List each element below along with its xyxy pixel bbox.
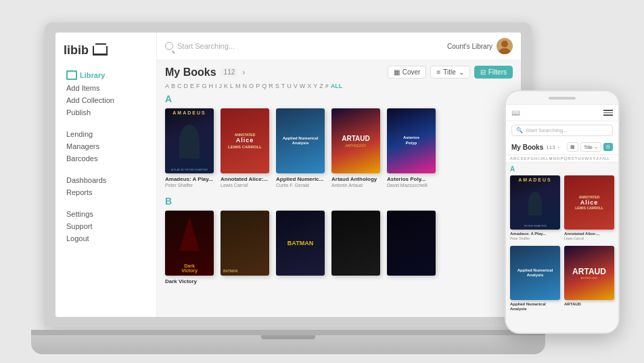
phone-cover-alice: ANNOTATED Alice LEWIS CARROLL bbox=[564, 175, 614, 230]
book-title-alice: Annotated Alice:... bbox=[221, 176, 269, 183]
sidebar-item-reports[interactable]: Reports bbox=[64, 186, 148, 198]
cover-view-button[interactable]: ▦ Cover bbox=[388, 66, 427, 79]
phone-search-icon: 🔍 bbox=[516, 127, 523, 133]
phone-book-icon: 📖 bbox=[511, 109, 520, 116]
book-batman-b2[interactable]: BATMAN bbox=[221, 211, 269, 285]
book-batman-b3[interactable]: BATMAN bbox=[276, 211, 325, 285]
phone-title-numerical-2: Applied Numerical Analysis bbox=[510, 302, 560, 312]
book-asterios[interactable]: AsteriosPolyp Asterios Poly... David Maz… bbox=[387, 108, 436, 188]
sidebar-item-library[interactable]: Library bbox=[64, 68, 148, 82]
sidebar-item-barcodes[interactable]: Barcodes bbox=[64, 152, 148, 165]
phone-grid-btn[interactable]: ▦ bbox=[567, 142, 578, 152]
user-label: Count's Library bbox=[447, 43, 492, 50]
sidebar-nav-bottom: Settings Support Logout bbox=[64, 208, 148, 244]
title-sort-button[interactable]: ≡ Title ⌄ bbox=[430, 66, 469, 79]
phone-book-artaud-2[interactable]: ARTAUD ANTHOLOGY ARTAUD bbox=[564, 246, 614, 312]
search-icon bbox=[165, 42, 173, 50]
user-area: Count's Library bbox=[447, 38, 513, 54]
phone-header: My Books 113 › ▦ Title ⌄ ⊟ bbox=[506, 140, 618, 155]
search-box[interactable]: Start Searching... bbox=[165, 42, 235, 50]
sidebar-item-add-collection[interactable]: Add Collection bbox=[64, 94, 148, 106]
sidebar-item-dashboards[interactable]: Dashboards bbox=[64, 174, 148, 186]
book-cover-asterios: AsteriosPolyp bbox=[387, 108, 436, 173]
section-b-books: DarkVictory Dark Victory BATMAN bbox=[165, 211, 513, 285]
book-amadeus[interactable]: AMADEUS A PLAY BY PETER SHAFFER Amadeus:… bbox=[165, 108, 214, 188]
sidebar-nav-primary: Library Add Items Add Collection Publish bbox=[64, 68, 148, 119]
phone-chevron-right[interactable]: › bbox=[558, 144, 560, 150]
app-logo: libib bbox=[64, 43, 148, 58]
phone-book-numerical-2[interactable]: Applied Numerical Analysis Applied Numer… bbox=[510, 246, 560, 312]
book-cover-amadeus: AMADEUS A PLAY BY PETER SHAFFER bbox=[165, 108, 214, 173]
phone-search-bar[interactable]: 🔍 Start Searching... bbox=[506, 121, 618, 140]
phone-cover-amadeus: AMADEUS PETER SHAFFER bbox=[510, 175, 560, 230]
phone-sort-icon: ⌄ bbox=[594, 144, 598, 150]
phone-my-books-label: My Books bbox=[511, 144, 543, 151]
section-b-label: B bbox=[165, 196, 513, 207]
laptop-bezel: libib Library Add Items Add Collection bbox=[45, 22, 532, 327]
phone-search-input[interactable]: 🔍 Start Searching... bbox=[511, 125, 613, 136]
phone-status-bar bbox=[506, 91, 618, 105]
section-a-books: AMADEUS A PLAY BY PETER SHAFFER Amadeus:… bbox=[165, 108, 513, 188]
filters-button[interactable]: ⊟ Filters bbox=[474, 66, 513, 79]
laptop-device: libib Library Add Items Add Collection bbox=[31, 22, 545, 354]
hamburger-menu-icon[interactable] bbox=[603, 110, 613, 116]
sort-icon: ≡ bbox=[436, 68, 440, 76]
sidebar-item-settings[interactable]: Settings bbox=[64, 208, 148, 220]
alpha-bar: A B C D E F G H I J K L M N O bbox=[157, 81, 521, 91]
phone-filter-btn[interactable]: ⊟ bbox=[603, 143, 613, 151]
book-dark-victory[interactable]: DarkVictory Dark Victory bbox=[165, 211, 214, 285]
phone-section-a-grid: AMADEUS PETER SHAFFER Amadeus: A Play...… bbox=[510, 175, 614, 240]
phone-book-count: 113 bbox=[546, 144, 555, 150]
sidebar-item-lending[interactable]: Lending bbox=[64, 128, 148, 140]
books-area: A AMADEUS A PLAY BY PETER SHAFFER bbox=[157, 91, 521, 317]
phone-author-alice: Lewis Carroll bbox=[564, 236, 614, 240]
section-a-label: A bbox=[165, 93, 513, 104]
sidebar-item-support[interactable]: Support bbox=[64, 220, 148, 232]
chevron-right-icon[interactable]: › bbox=[242, 68, 245, 77]
sidebar-nav-secondary: Lending Managers Barcodes bbox=[64, 128, 148, 165]
sidebar-item-managers[interactable]: Managers bbox=[64, 140, 148, 152]
phone-alpha-bar: A B C D E F G H I J K L M N O P Q R S T bbox=[506, 155, 618, 163]
phone-search-placeholder: Start Searching... bbox=[526, 127, 568, 133]
sidebar-item-add-items[interactable]: Add Items bbox=[64, 82, 148, 94]
book-artaud[interactable]: ARTAUD ANTHOLOGY Artaud Anthology Antoni… bbox=[331, 108, 380, 188]
phone-content: 📖 🔍 Start Searching... My Books 113 › bbox=[506, 105, 618, 333]
book-title-asterios: Asterios Poly... bbox=[387, 176, 436, 183]
sidebar-item-logout[interactable]: Logout bbox=[64, 232, 148, 244]
book-cover-batman-b5 bbox=[387, 211, 436, 276]
phone-title-amadeus: Amadeus: A Play... bbox=[510, 232, 560, 236]
book-numerical[interactable]: Applied Numerical Analysis Applied Numer… bbox=[276, 108, 325, 188]
book-title-numerical: Applied Numeric... bbox=[276, 176, 325, 183]
phone-title-alice: Annotated Alice:... bbox=[564, 232, 614, 236]
phone-title-btn[interactable]: Title ⌄ bbox=[580, 142, 601, 152]
book-cover-alice: ANNOTATED Alice LEWIS CARROLL bbox=[221, 108, 269, 173]
laptop-screen: libib Library Add Items Add Collection bbox=[55, 33, 521, 317]
book-title-dark-victory: Dark Victory bbox=[165, 278, 214, 285]
phone-section-a-label: A bbox=[510, 165, 614, 173]
book-author-numerical: Curtis F. Gerald bbox=[276, 183, 325, 188]
content-header: My Books 112 › ▦ Cover ≡ Title bbox=[157, 60, 521, 81]
book-author-artaud: Antonin Artaud bbox=[331, 183, 380, 188]
my-books-title: My Books 112 › bbox=[165, 66, 245, 79]
book-alice[interactable]: ANNOTATED Alice LEWIS CARROLL Annotated … bbox=[221, 108, 269, 188]
sidebar-nav-tertiary: Dashboards Reports bbox=[64, 174, 148, 198]
phone-book-amadeus[interactable]: AMADEUS PETER SHAFFER Amadeus: A Play...… bbox=[510, 175, 560, 240]
sort-direction-icon: ⌄ bbox=[459, 68, 464, 76]
sidebar: libib Library Add Items Add Collection bbox=[55, 33, 157, 317]
app-name: libib bbox=[64, 43, 89, 58]
phone-device: 📖 🔍 Start Searching... My Books 113 › bbox=[505, 90, 620, 334]
phone-book-alice[interactable]: ANNOTATED Alice LEWIS CARROLL Annotated … bbox=[564, 175, 614, 240]
view-toolbar: ▦ Cover ≡ Title ⌄ ⊟ Filters bbox=[388, 66, 513, 79]
book-cover-batman-b2: BATMAN bbox=[221, 211, 269, 276]
phone-books-area: A AMADEUS PETER SHAFFER Amadeus: A Play.… bbox=[506, 163, 618, 333]
book-batman-b5[interactable] bbox=[387, 211, 436, 285]
book-title-amadeus: Amadeus: A Play... bbox=[165, 176, 214, 183]
avatar[interactable] bbox=[497, 38, 513, 54]
filter-icon: ⊟ bbox=[480, 68, 486, 76]
top-bar: Start Searching... Count's Library bbox=[157, 33, 521, 60]
book-count-badge: 112 bbox=[221, 68, 239, 77]
main-content: Start Searching... Count's Library bbox=[157, 33, 521, 317]
phone-toolbar: ▦ Title ⌄ ⊟ bbox=[567, 142, 613, 152]
sidebar-item-publish[interactable]: Publish bbox=[64, 106, 148, 119]
book-batman-b4[interactable] bbox=[331, 211, 380, 285]
